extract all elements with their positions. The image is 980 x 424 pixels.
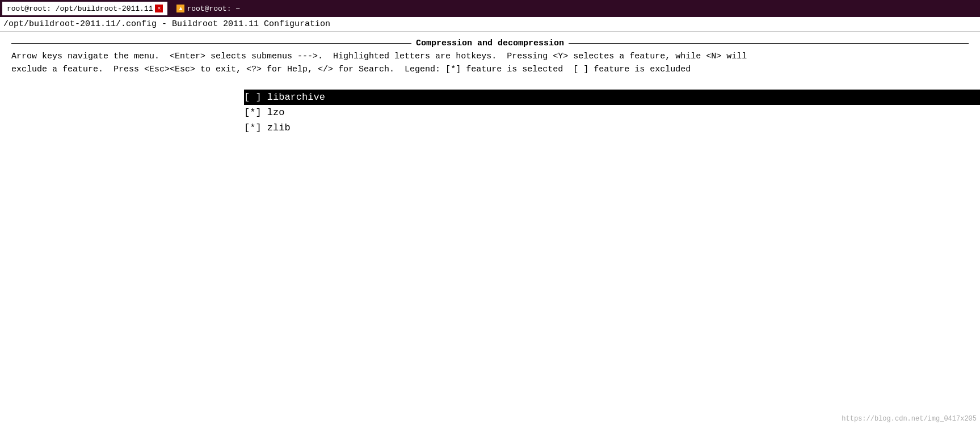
help-text: Arrow keys navigate the menu. <Enter> se… [11, 50, 969, 76]
path-text: /opt/buildroot-2011.11/.config - Buildro… [3, 19, 330, 29]
title-bar: root@root: /opt/buildroot-2011.11 × ▲ ro… [0, 0, 980, 17]
section-divider: Compression and decompression [11, 39, 969, 48]
label-libarchive: libarchive [267, 92, 325, 103]
menu-item-lzo[interactable]: [*] lzo [244, 105, 980, 120]
menu-item-zlib[interactable]: [*] zlib [244, 120, 980, 135]
checkbox-libarchive: [ ] [244, 92, 267, 103]
help-section: Compression and decompression Arrow keys… [11, 36, 969, 78]
tab2-alert-icon: ▲ [176, 5, 184, 12]
label-lzo: lzo [267, 107, 285, 118]
content-area: Compression and decompression Arrow keys… [0, 32, 980, 136]
tab-close-icon[interactable]: × [155, 5, 163, 12]
tab-root-label: root@root: ~ [187, 5, 240, 13]
tab-root[interactable]: ▲ root@root: ~ [172, 2, 245, 15]
status-url: https://blog.cdn.net/img_0417x205 [842, 415, 977, 423]
terminal-window: /opt/buildroot-2011.11/.config - Buildro… [0, 17, 980, 424]
tab-buildroot[interactable]: root@root: /opt/buildroot-2011.11 × [2, 2, 167, 15]
menu-area: [ ] libarchive [*] lzo [*] zlib [0, 90, 980, 136]
divider-line-left [11, 43, 411, 44]
menu-item-libarchive[interactable]: [ ] libarchive [244, 90, 980, 105]
checkbox-lzo: [*] [244, 107, 267, 118]
checkbox-zlib: [*] [244, 122, 267, 133]
path-bar: /opt/buildroot-2011.11/.config - Buildro… [0, 17, 980, 32]
tab-buildroot-label: root@root: /opt/buildroot-2011.11 [7, 5, 153, 13]
divider-line-right [569, 43, 969, 44]
status-bar: https://blog.cdn.net/img_0417x205 [838, 414, 980, 424]
section-title: Compression and decompression [411, 39, 569, 48]
label-zlib: zlib [267, 122, 291, 133]
